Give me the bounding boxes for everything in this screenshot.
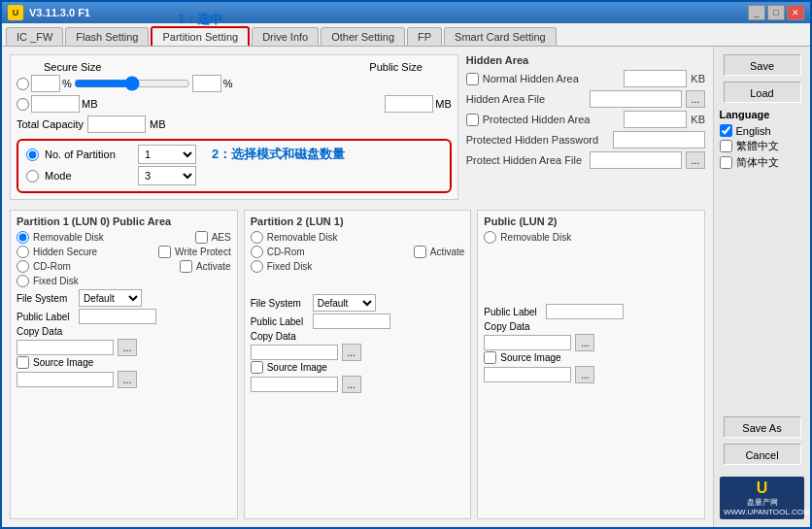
lang-english-label: English — [736, 125, 771, 137]
p1-source-label: Source Image — [33, 357, 93, 368]
p1-aes-checkbox[interactable] — [195, 231, 208, 244]
p2-cdrom-radio[interactable] — [251, 246, 263, 258]
hidden-area-title: Hidden Area — [466, 54, 705, 66]
right-panel: Save Load Language English 繁體中文 简体中文 Sav — [713, 47, 810, 527]
p2-fs-select[interactable]: DefaultFATFAT32 — [313, 294, 376, 312]
normal-hidden-area-input[interactable] — [624, 70, 687, 87]
secure-mb-input[interactable] — [31, 95, 80, 113]
protected-hidden-area-checkbox[interactable] — [466, 114, 479, 126]
p1-removable-radio[interactable] — [17, 231, 29, 244]
normal-hidden-area-checkbox[interactable] — [466, 73, 479, 85]
p1-pub-label-input[interactable] — [79, 309, 156, 324]
p1-source-browse[interactable]: ... — [118, 371, 137, 388]
tab-bar: IC _FW Flash Setting 1：选中 Partition Sett… — [2, 23, 810, 47]
hidden-area-file-input[interactable] — [590, 90, 682, 108]
protect-hidden-file-input[interactable] — [590, 151, 682, 169]
protected-hidden-area-label: Protected Hidden Area — [483, 114, 591, 125]
partitions-row: Partition 1 (LUN 0) Public Area Removabl… — [10, 210, 705, 519]
no-of-partition-radio[interactable] — [26, 149, 39, 161]
p2-source-input[interactable] — [251, 377, 338, 392]
p1-removable-row: Removable Disk AES — [17, 231, 231, 244]
p2-source-browse[interactable]: ... — [342, 376, 361, 393]
close-button[interactable]: ✕ — [787, 5, 804, 20]
p3-pub-label-input[interactable] — [546, 304, 624, 319]
save-button[interactable]: Save — [724, 54, 801, 76]
p1-aes-label: AES — [212, 232, 231, 243]
p2-pub-label-input[interactable] — [313, 314, 390, 329]
tab-ic-fw[interactable]: IC _FW — [6, 27, 63, 46]
p1-source-input[interactable] — [17, 372, 114, 387]
no-of-partition-row: No. of Partition 1234 2：选择模式和磁盘数量 — [26, 145, 442, 164]
protected-hidden-area-input[interactable] — [624, 111, 687, 128]
p2-copy-input[interactable] — [251, 345, 338, 360]
p2-fixed-label: Fixed Disk — [267, 261, 313, 272]
size-slider[interactable] — [74, 75, 190, 92]
protect-hidden-file-browse[interactable]: ... — [686, 151, 705, 169]
p2-fs-label: File System — [251, 298, 309, 309]
p2-fixed-radio[interactable] — [251, 260, 263, 273]
p1-hidden-radio[interactable] — [17, 246, 29, 258]
load-button[interactable]: Load — [724, 82, 801, 103]
tab-flash-setting[interactable]: Flash Setting — [65, 27, 149, 46]
minimize-button[interactable]: _ — [748, 5, 765, 20]
p3-source-checkbox[interactable] — [484, 351, 496, 364]
p2-source-checkbox[interactable] — [251, 361, 263, 374]
no-of-partition-select[interactable]: 1234 — [138, 145, 196, 164]
p1-copy-input[interactable] — [17, 340, 114, 355]
mode-radio[interactable] — [26, 170, 39, 182]
tab-smart-card[interactable]: Smart Card Setting — [444, 27, 557, 46]
public-percent-input[interactable] — [192, 75, 221, 92]
p1-write-protect-checkbox[interactable] — [158, 246, 171, 258]
no-of-partition-label: No. of Partition — [45, 149, 132, 160]
p2-copy-browse[interactable]: ... — [342, 344, 361, 361]
lang-simplified-opt: 简体中文 — [720, 155, 805, 170]
watermark-line1: 盘量产网 — [724, 497, 800, 508]
p1-copy-browse[interactable]: ... — [118, 339, 137, 356]
p2-source-area: ... — [251, 376, 465, 393]
p1-cdrom-radio[interactable] — [17, 260, 29, 273]
hidden-area-file-browse[interactable]: ... — [686, 90, 705, 108]
p2-pub-label-text: Public Label — [251, 316, 309, 327]
percent-radio[interactable] — [17, 78, 29, 90]
lang-english-checkbox[interactable] — [720, 124, 732, 137]
window-title: V3.11.3.0 F1 — [29, 7, 90, 18]
tab-other-setting[interactable]: Other Setting — [321, 27, 405, 46]
mb-radio[interactable] — [17, 98, 29, 111]
p1-fs-select[interactable]: DefaultFATFAT32 — [79, 289, 142, 307]
p3-source-input[interactable] — [484, 367, 571, 382]
p3-copy-browse[interactable]: ... — [575, 334, 594, 351]
p1-source-row: Source Image — [17, 356, 231, 369]
partition3-title: Public (LUN 2) — [484, 215, 698, 227]
tab-partition-setting[interactable]: 1：选中 Partition Setting — [151, 26, 250, 46]
lang-traditional-checkbox[interactable] — [720, 140, 732, 152]
p1-fixed-radio[interactable] — [17, 275, 29, 287]
title-bar: U V3.11.3.0 F1 _ □ ✕ — [2, 2, 810, 23]
maximize-button[interactable]: □ — [767, 5, 785, 20]
hidden-area-file-row: Hidden Area File ... — [466, 90, 705, 108]
total-capacity-input[interactable] — [87, 116, 146, 133]
p2-fixed-row: Fixed Disk — [251, 260, 465, 273]
top-controls: Secure Size Public Size % % — [10, 54, 705, 200]
secure-percent-input[interactable] — [31, 75, 60, 92]
p2-removable-radio[interactable] — [251, 231, 263, 244]
public-mb-input[interactable] — [385, 95, 433, 113]
watermark-line2: WWW.UPANTOOL.COM — [724, 508, 800, 516]
p2-activate-checkbox[interactable] — [414, 246, 426, 258]
p3-copy-data-label: Copy Data — [484, 321, 542, 332]
protected-password-input[interactable] — [613, 131, 705, 149]
tab-fp[interactable]: FP — [407, 27, 442, 46]
p3-source-browse[interactable]: ... — [575, 366, 594, 383]
protected-hidden-area-row: Protected Hidden Area KB — [466, 111, 705, 128]
mb-row: MB MB — [17, 95, 452, 113]
p1-activate-checkbox[interactable] — [180, 260, 192, 273]
p2-cdrom-row: CD-Rom Activate — [251, 246, 465, 258]
lang-simplified-checkbox[interactable] — [720, 156, 732, 169]
tab-drive-info[interactable]: Drive Info — [252, 27, 319, 46]
p3-removable-radio[interactable] — [484, 231, 496, 244]
normal-kb-label: KB — [691, 73, 705, 84]
cancel-button[interactable]: Cancel — [724, 444, 801, 465]
mode-select[interactable]: 12345 — [138, 166, 196, 185]
p1-source-checkbox[interactable] — [17, 356, 29, 369]
save-as-button[interactable]: Save As — [724, 416, 801, 438]
p3-copy-input[interactable] — [484, 335, 571, 350]
